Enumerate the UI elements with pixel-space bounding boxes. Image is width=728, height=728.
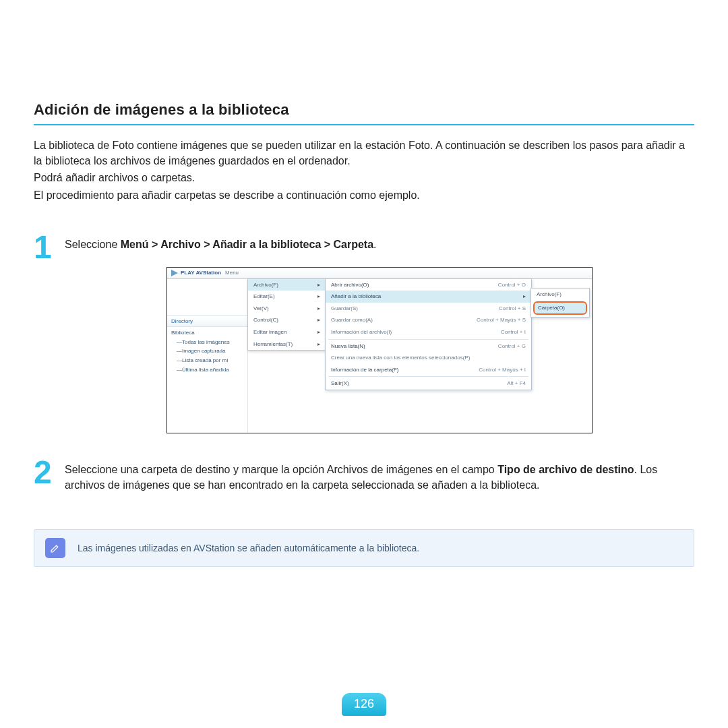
step-1-lead: Seleccione bbox=[65, 239, 121, 250]
note-text: Las imágenes utilizadas en AVStation se … bbox=[78, 543, 419, 553]
menu3-item-archivo[interactable]: Archivo(F) bbox=[531, 289, 589, 301]
step-2-bold: Tipo de archivo de destino bbox=[497, 464, 634, 475]
submenu-arrow-icon: ▸ bbox=[523, 293, 526, 301]
step-2: 2 Seleccione una carpeta de destino y ma… bbox=[34, 458, 694, 493]
library-item[interactable]: —Imagen capturada bbox=[167, 346, 247, 356]
intro-p1: La biblioteca de Foto contiene imágenes … bbox=[34, 138, 694, 169]
library-item[interactable]: —Lista creada por mí bbox=[167, 356, 247, 365]
library-item[interactable]: —Última lista añadida bbox=[167, 365, 247, 375]
step-1: 1 Seleccione Menú > Archivo > Añadir a l… bbox=[34, 233, 694, 433]
shortcut: Control + Mayús + S bbox=[477, 316, 526, 324]
app-body: Directory Biblioteca —Todas las imágenes… bbox=[167, 279, 592, 433]
directory-header: Directory bbox=[167, 315, 247, 328]
step-1-menu-path: Menú > Archivo > Añadir a la biblioteca … bbox=[121, 239, 373, 250]
library-item[interactable]: —Todas las imágenes bbox=[167, 338, 247, 347]
library-root[interactable]: Biblioteca bbox=[167, 327, 247, 338]
step-2-text-a: Seleccione una carpeta de destino y marq… bbox=[65, 464, 497, 475]
menu2-item-abrir[interactable]: Abrir archivo(O)Control + O bbox=[326, 279, 531, 291]
intro-block: La biblioteca de Foto contiene imágenes … bbox=[34, 138, 694, 203]
step-1-tail: . bbox=[373, 239, 376, 250]
menu2-label: Crear una nueva lista con los elementos … bbox=[331, 354, 470, 362]
submenu-arrow-icon: ▸ bbox=[317, 293, 320, 301]
note-box: Las imágenes utilizadas en AVStation se … bbox=[34, 529, 694, 567]
app-titlebar: PLAY AVStation Menu bbox=[167, 268, 592, 279]
menu2-label: Información de la carpeta(F) bbox=[331, 366, 399, 374]
menu1-item-ver[interactable]: Ver(V)▸ bbox=[248, 303, 326, 315]
menu2-item-nueva-lista[interactable]: Nueva lista(N)Control + G bbox=[326, 340, 531, 353]
submenu-arrow-icon: ▸ bbox=[317, 316, 320, 324]
menu1-item-archivo[interactable]: Archivo(F)▸ bbox=[248, 279, 326, 291]
menu-separator bbox=[328, 376, 528, 377]
menu2-item-guardar-como[interactable]: Guardar como(A)Control + Mayús + S bbox=[326, 314, 531, 326]
menu2-item-info-archivo[interactable]: Información del archivo(I)Control + I bbox=[326, 326, 531, 338]
menu-level-2: Abrir archivo(O)Control + O Añadir a la … bbox=[325, 278, 532, 390]
document-page: Adición de imágenes a la biblioteca La b… bbox=[0, 0, 728, 728]
section-title: Adición de imágenes a la biblioteca bbox=[34, 0, 694, 125]
menu3-item-carpeta-highlighted[interactable]: Carpeta(O) bbox=[533, 301, 587, 315]
shortcut: Control + O bbox=[498, 281, 526, 289]
step-1-body: Seleccione Menú > Archivo > Añadir a la … bbox=[65, 233, 694, 433]
menu2-item-info-carpeta[interactable]: Información de la carpeta(F)Control + Ma… bbox=[326, 364, 531, 376]
submenu-arrow-icon: ▸ bbox=[317, 305, 320, 313]
app-logo-icon bbox=[171, 270, 178, 276]
menu2-label: Nueva lista(N) bbox=[331, 342, 365, 351]
menu-level-3: Archivo(F) Carpeta(O) bbox=[530, 288, 590, 317]
menu1-label: Herramientas(T) bbox=[253, 340, 293, 348]
menu1-item-editar-imagen[interactable]: Editar imagen▸ bbox=[248, 326, 326, 338]
step-2-number: 2 bbox=[34, 458, 65, 493]
menu1-item-herramientas[interactable]: Herramientas(T)▸ bbox=[248, 338, 326, 351]
menu1-item-control[interactable]: Control(C)▸ bbox=[248, 314, 326, 326]
menu1-label: Archivo(F) bbox=[253, 281, 278, 289]
intro-p2: Podrá añadir archivos o carpetas. bbox=[34, 170, 694, 185]
submenu-arrow-icon: ▸ bbox=[317, 281, 320, 289]
menu-label[interactable]: Menu bbox=[225, 269, 239, 277]
step-1-number: 1 bbox=[34, 233, 65, 433]
menu2-label: Guardar como(A) bbox=[331, 316, 373, 324]
app-canvas: Archivo(F)▸ Editar(E)▸ Ver(V)▸ Control(C… bbox=[248, 279, 592, 433]
submenu-arrow-icon: ▸ bbox=[317, 328, 320, 336]
page-number-badge: 126 bbox=[342, 693, 386, 716]
step-2-body: Seleccione una carpeta de destino y marq… bbox=[65, 458, 694, 493]
shortcut: Control + Mayús + I bbox=[479, 366, 526, 374]
app-title: PLAY AVStation bbox=[181, 269, 221, 277]
menu2-label: Añadir a la biblioteca bbox=[331, 293, 381, 301]
intro-p3: El procedimiento para añadir carpetas se… bbox=[34, 187, 694, 203]
submenu-arrow-icon: ▸ bbox=[317, 340, 320, 348]
menu1-label: Control(C) bbox=[253, 316, 278, 324]
menu2-label: Información del archivo(I) bbox=[331, 328, 392, 336]
shortcut: Alt + F4 bbox=[507, 380, 526, 388]
menu1-label: Ver(V) bbox=[253, 305, 269, 313]
shortcut: Control + S bbox=[499, 305, 526, 313]
menu1-item-editar[interactable]: Editar(E)▸ bbox=[248, 291, 326, 303]
shortcut: Control + I bbox=[501, 328, 526, 336]
menu-level-1: Archivo(F)▸ Editar(E)▸ Ver(V)▸ Control(C… bbox=[247, 278, 326, 351]
app-screenshot: PLAY AVStation Menu Directory Biblioteca… bbox=[166, 267, 593, 433]
pencil-note-icon bbox=[45, 538, 65, 558]
shortcut: Control + G bbox=[498, 342, 526, 351]
menu2-item-crear-lista-sel[interactable]: Crear una nueva lista con los elementos … bbox=[326, 352, 531, 364]
menu2-label: Guardar(S) bbox=[331, 305, 358, 313]
menu2-label: Salir(X) bbox=[331, 380, 349, 388]
menu2-label: Abrir archivo(O) bbox=[331, 281, 369, 289]
menu2-item-anadir-biblioteca[interactable]: Añadir a la biblioteca▸ bbox=[326, 291, 531, 303]
app-sidebar: Directory Biblioteca —Todas las imágenes… bbox=[167, 279, 248, 433]
menu1-label: Editar(E) bbox=[253, 293, 275, 301]
menu-separator bbox=[328, 339, 528, 340]
menu2-item-guardar[interactable]: Guardar(S)Control + S bbox=[326, 303, 531, 315]
menu2-item-salir[interactable]: Salir(X)Alt + F4 bbox=[326, 377, 531, 390]
menu1-label: Editar imagen bbox=[253, 328, 286, 336]
